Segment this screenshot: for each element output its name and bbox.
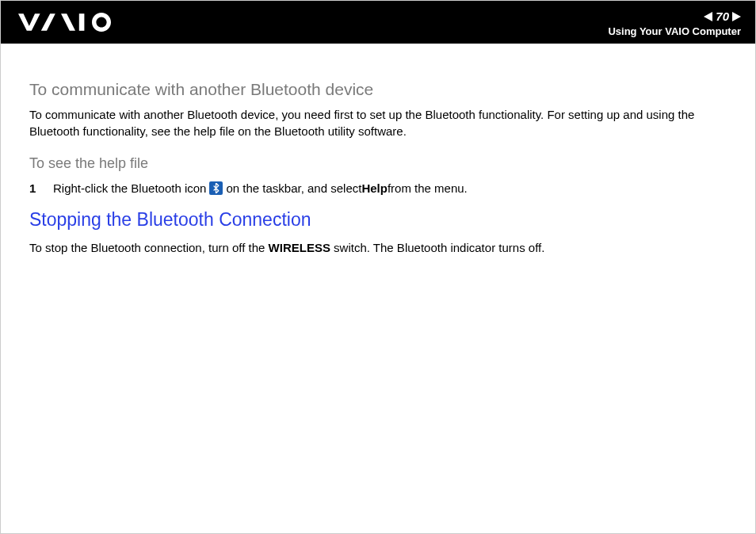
step1-text-post: from the menu. — [388, 181, 468, 196]
para2-bold: WIRELESS — [269, 241, 330, 254]
heading-help-file: To see the help file — [29, 154, 727, 173]
step1-text-mid: on the taskbar, and select — [226, 181, 361, 196]
paragraph-stopping: To stop the Bluetooth connection, turn o… — [29, 240, 727, 256]
page-header: 70 Using Your VAIO Computer — [1, 1, 755, 44]
step-number: 1 — [29, 181, 39, 196]
header-section-title: Using Your VAIO Computer — [608, 25, 741, 37]
step1-text-bold: Help — [361, 181, 388, 196]
bluetooth-icon — [209, 181, 223, 195]
para2-post: switch. The Bluetooth indicator turns of… — [330, 241, 544, 254]
step-text: Right-click the Bluetooth icon on the ta… — [53, 181, 468, 196]
paragraph-communicate: To communicate with another Bluetooth de… — [29, 107, 727, 139]
page-number: 70 — [716, 10, 729, 22]
header-right: 70 Using Your VAIO Computer — [608, 7, 741, 37]
heading-communicate: To communicate with another Bluetooth de… — [29, 78, 727, 101]
prev-page-arrow-icon[interactable] — [704, 12, 712, 21]
step1-text-pre: Right-click the Bluetooth icon — [53, 181, 206, 196]
page-content: To communicate with another Bluetooth de… — [1, 44, 755, 257]
vaio-logo — [18, 1, 123, 44]
step-list: 1 Right-click the Bluetooth icon on the … — [29, 181, 727, 196]
para2-pre: To stop the Bluetooth connection, turn o… — [29, 241, 269, 254]
svg-rect-0 — [79, 13, 85, 31]
step-item-1: 1 Right-click the Bluetooth icon on the … — [29, 181, 727, 196]
page-navigation: 70 — [608, 10, 741, 22]
next-page-arrow-icon[interactable] — [732, 12, 741, 21]
heading-stopping: Stopping the Bluetooth Connection — [29, 208, 727, 232]
